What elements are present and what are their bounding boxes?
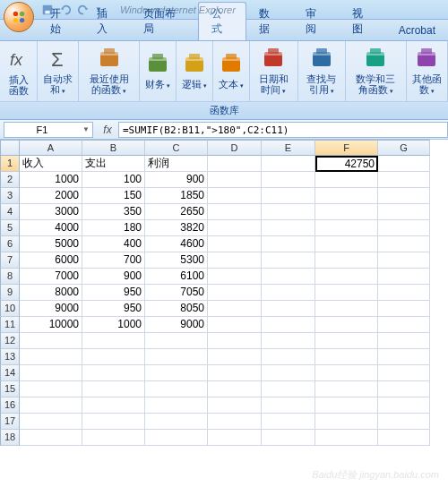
cell-A7[interactable]: 6000 [20, 252, 82, 269]
cell-C17[interactable] [145, 414, 208, 430]
cell-G1[interactable] [378, 156, 430, 172]
ribbon-数学和三角函数[interactable]: 数学和三角函数 ▾ [346, 41, 407, 101]
cell-F12[interactable] [315, 333, 378, 349]
cell-A13[interactable] [20, 349, 82, 365]
cell-B9[interactable]: 950 [82, 285, 145, 301]
cell-A16[interactable] [20, 397, 82, 414]
cell-F10[interactable] [315, 301, 378, 317]
cell-G16[interactable] [378, 397, 430, 414]
cell-F7[interactable] [315, 252, 378, 269]
cell-D2[interactable] [208, 172, 262, 188]
cell-D7[interactable] [208, 252, 262, 269]
cell-B17[interactable] [82, 414, 145, 430]
row-header-4[interactable]: 4 [0, 204, 20, 220]
cell-A11[interactable]: 10000 [20, 317, 82, 333]
cell-C6[interactable]: 4600 [145, 236, 208, 252]
cell-A8[interactable]: 7000 [20, 269, 82, 285]
row-header-16[interactable]: 16 [0, 397, 20, 414]
cell-E13[interactable] [262, 349, 315, 365]
chevron-down-icon[interactable]: ▼ [80, 123, 92, 137]
cell-D6[interactable] [208, 236, 262, 252]
cell-E8[interactable] [262, 269, 315, 285]
cell-D4[interactable] [208, 204, 262, 220]
cell-B15[interactable] [82, 381, 145, 397]
cell-D1[interactable] [208, 156, 262, 172]
cell-G7[interactable] [378, 252, 430, 269]
cell-F13[interactable] [315, 349, 378, 365]
cell-E3[interactable] [262, 188, 315, 204]
cell-A10[interactable]: 9000 [20, 301, 82, 317]
ribbon-自动求和[interactable]: Σ自动求和 ▾ [38, 41, 79, 101]
cell-E10[interactable] [262, 301, 315, 317]
cell-G14[interactable] [378, 365, 430, 381]
cell-C4[interactable]: 2650 [145, 204, 208, 220]
cell-G8[interactable] [378, 269, 430, 285]
row-header-2[interactable]: 2 [0, 172, 20, 188]
cell-G18[interactable] [378, 430, 430, 446]
cell-F8[interactable] [315, 269, 378, 285]
cell-A12[interactable] [20, 333, 82, 349]
cell-A1[interactable]: 收入 [20, 156, 82, 172]
cell-D16[interactable] [208, 397, 262, 414]
cell-D17[interactable] [208, 414, 262, 430]
cell-B3[interactable]: 150 [82, 188, 145, 204]
cell-A6[interactable]: 5000 [20, 236, 82, 252]
cell-C3[interactable]: 1850 [145, 188, 208, 204]
ribbon-日期和时间[interactable]: 日期和时间 ▾ [250, 41, 297, 101]
cell-B16[interactable] [82, 397, 145, 414]
col-header-B[interactable]: B [82, 140, 145, 156]
cell-A4[interactable]: 3000 [20, 204, 82, 220]
cell-B2[interactable]: 100 [82, 172, 145, 188]
row-header-8[interactable]: 8 [0, 269, 20, 285]
name-box[interactable]: F1 ▼ [4, 122, 93, 138]
cell-G11[interactable] [378, 317, 430, 333]
cell-E6[interactable] [262, 236, 315, 252]
cell-A9[interactable]: 8000 [20, 285, 82, 301]
cell-B10[interactable]: 950 [82, 301, 145, 317]
row-header-10[interactable]: 10 [0, 301, 20, 317]
cell-F14[interactable] [315, 365, 378, 381]
cell-D12[interactable] [208, 333, 262, 349]
cell-F4[interactable] [315, 204, 378, 220]
col-header-A[interactable]: A [20, 140, 82, 156]
cell-E11[interactable] [262, 317, 315, 333]
cell-C10[interactable]: 8050 [145, 301, 208, 317]
cell-C8[interactable]: 6100 [145, 269, 208, 285]
cell-C13[interactable] [145, 349, 208, 365]
cell-E12[interactable] [262, 333, 315, 349]
cell-G5[interactable] [378, 220, 430, 236]
save-icon[interactable] [41, 4, 54, 16]
cell-C1[interactable]: 利润 [145, 156, 208, 172]
cell-D9[interactable] [208, 285, 262, 301]
cell-C9[interactable]: 7050 [145, 285, 208, 301]
tab-数据[interactable]: 数据 [246, 3, 293, 40]
cell-B18[interactable] [82, 430, 145, 446]
cell-B13[interactable] [82, 349, 145, 365]
cell-D14[interactable] [208, 365, 262, 381]
row-header-12[interactable]: 12 [0, 333, 20, 349]
cell-G3[interactable] [378, 188, 430, 204]
cell-G17[interactable] [378, 414, 430, 430]
cell-E5[interactable] [262, 220, 315, 236]
cell-C12[interactable] [145, 333, 208, 349]
row-header-15[interactable]: 15 [0, 381, 20, 397]
tab-Acrobat[interactable]: Acrobat [386, 21, 448, 40]
col-header-G[interactable]: G [378, 140, 430, 156]
cell-D11[interactable] [208, 317, 262, 333]
cell-B1[interactable]: 支出 [82, 156, 145, 172]
cell-B14[interactable] [82, 365, 145, 381]
cell-E17[interactable] [262, 414, 315, 430]
row-header-5[interactable]: 5 [0, 220, 20, 236]
cell-G4[interactable] [378, 204, 430, 220]
cell-F9[interactable] [315, 285, 378, 301]
ribbon-财务[interactable]: 财务 ▾ [140, 41, 177, 101]
cell-F2[interactable] [315, 172, 378, 188]
cell-A14[interactable] [20, 365, 82, 381]
formula-bar[interactable]: =SUMIF(B2:B11,">180",C2:C11) [118, 122, 448, 138]
cell-B5[interactable]: 180 [82, 220, 145, 236]
row-header-9[interactable]: 9 [0, 285, 20, 301]
cell-G6[interactable] [378, 236, 430, 252]
ribbon-其他函数[interactable]: 其他函数 ▾ [407, 41, 448, 101]
row-header-3[interactable]: 3 [0, 188, 20, 204]
cell-E1[interactable] [262, 156, 315, 172]
